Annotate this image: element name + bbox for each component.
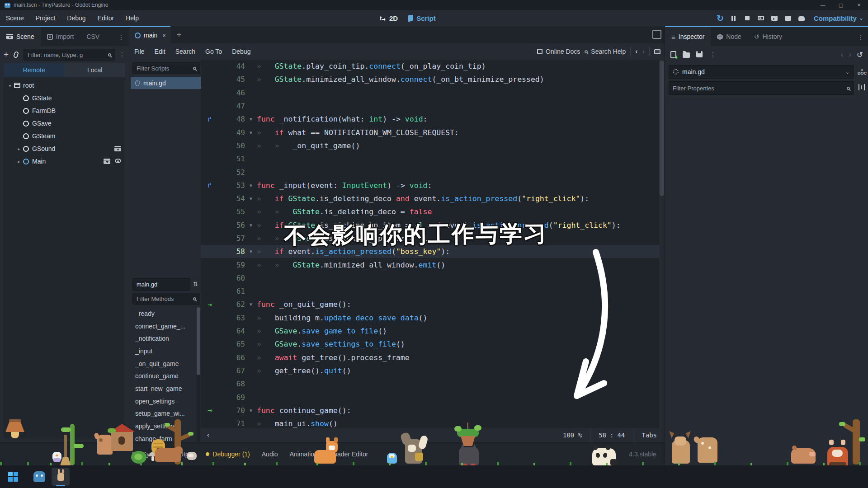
code-line-63[interactable]: 63»building_m.update_deco_save_data() [201,311,665,324]
method-item[interactable]: start_new_game [131,382,198,395]
remote-tab[interactable]: Remote [4,63,65,77]
tree-node-main[interactable]: ▸Main [4,155,125,168]
bottom-tab-audio[interactable]: Audio [262,450,278,458]
menu-scene[interactable]: Scene [0,12,30,24]
renderer-selector[interactable]: Compatibility ⌄ [814,14,863,22]
tree-node-farmdb[interactable]: FarmDB [4,104,125,117]
pause-button[interactable] [728,12,740,24]
play-custom-scene-button[interactable] [782,12,794,24]
code-line-64[interactable]: 64»GSave.save_game_to_file() [201,324,665,338]
script-item-main.gd[interactable]: main.gd [131,77,202,89]
tree-expand-icon[interactable]: ▾ [7,83,13,88]
taskbar-game-icon[interactable] [52,468,70,486]
code-line-48[interactable]: ↱48▼func _notification(what: int) -> voi… [201,113,665,126]
code-line-47[interactable]: 47 [201,99,665,113]
scene-tab-main[interactable]: main × [129,26,170,43]
method-list-scrollbar[interactable] [197,307,200,442]
menu-project[interactable]: Project [30,12,61,24]
script-menu-edit[interactable]: Edit [150,46,170,57]
make-floating-icon[interactable] [654,49,660,54]
open-docs-icon[interactable]: ⌕DOC [858,68,867,75]
tab-scene[interactable]: Scene [0,27,41,46]
property-tools-icon[interactable] [858,84,865,90]
chevron-down-icon[interactable]: ⌄ [845,69,849,75]
signal-connection-icon[interactable]: ⇥ [201,406,219,414]
tab-csv[interactable]: CSV [80,27,106,46]
override-method-icon[interactable]: ↱ [201,115,219,123]
reload-project-button[interactable]: ↻ [714,12,726,24]
code-line-51[interactable]: 51 [201,152,665,165]
code-fold-icon[interactable]: ▼ [245,130,257,135]
script-menu-goto[interactable]: Go To [200,46,227,57]
dock-options-icon[interactable]: ⋮ [118,27,129,46]
scene-tree[interactable]: ▾rootGStateFarmDBGSaveGSteam▸GSound▸Main [4,79,125,438]
method-item[interactable]: _input [131,345,198,357]
close-button[interactable]: ✕ [850,0,868,10]
indent-mode[interactable]: Tabs [633,428,665,442]
taskbar-godot-icon[interactable] [33,471,45,482]
code-fold-icon[interactable]: ▼ [245,183,257,188]
maximize-button[interactable]: ▢ [832,0,850,10]
code-line-65[interactable]: 65»GSave.save_settings_to_file() [201,338,665,351]
code-line-49[interactable]: 49▼»if what == NOTIFICATION_WM_CLOSE_REQ… [201,126,665,139]
movie-maker-button[interactable] [796,12,807,24]
zoom-level[interactable]: 100 % [555,428,590,442]
add-scene-tab-button[interactable]: + [170,26,188,43]
script-menu-search[interactable]: Search [170,46,200,57]
bottom-tab-debugger-1-[interactable]: Debugger (1) [206,450,250,458]
minimize-button[interactable]: — [814,0,832,10]
workspace-2d-button[interactable]: 2D [380,14,398,22]
code-line-62[interactable]: ⇥62▼func _on_quit_game(): [201,298,665,311]
tree-expand-icon[interactable]: ▸ [16,159,22,164]
distraction-free-icon[interactable] [652,30,661,39]
code-line-55[interactable]: 55»»GState.is_deleting_deco = false [201,205,665,218]
code-line-59[interactable]: 59»»GState.minimized_all_window.emit() [201,258,665,271]
close-tab-icon[interactable]: × [162,32,166,39]
filter-properties-input[interactable]: Filter Properties [669,81,854,95]
dock-options-icon[interactable]: ⋮ [858,27,868,46]
filter-methods-input[interactable]: Filter Methods [132,293,200,305]
method-item[interactable]: apply_settings [131,420,198,432]
collapse-scripts-chevron[interactable]: ‹ [201,431,216,439]
remote-play-button[interactable] [755,12,767,24]
tree-options-icon[interactable]: ⋮ [119,51,125,58]
tab-inspector[interactable]: ≡ Inspector [665,27,711,46]
workspace-script-button[interactable]: Script [408,14,436,22]
code-line-67[interactable]: 67»get_tree().quit() [201,364,665,377]
search-help-button[interactable]: Search Help [585,48,626,55]
method-item[interactable]: setup_game_wi... [131,408,198,420]
edited-resource-field[interactable]: main.gd ⌄ [669,65,854,79]
code-fold-icon[interactable]: ▼ [245,408,257,413]
code-line-66[interactable]: 66»await get_tree().process_frame [201,351,665,364]
resource-options-icon[interactable]: ⋮ [710,51,716,58]
tab-history[interactable]: ↺ History [748,27,788,46]
instance-scene-button[interactable] [12,52,20,58]
code-line-45[interactable]: 45»GState.minimized_all_window.connect(_… [201,73,665,86]
signal-connection-icon[interactable]: ⇥ [201,300,219,309]
method-item[interactable]: open_settings [131,395,198,408]
caret-position[interactable]: 58 : 44 [590,428,633,442]
code-fold-icon[interactable]: ▼ [245,302,257,307]
method-list[interactable]: _readyconnect_game_..._notification_inpu… [131,307,198,442]
tab-node[interactable]: Node [711,27,747,46]
code-line-54[interactable]: 54▼»if GState.is_deleting_deco and event… [201,192,665,205]
code-line-61[interactable]: 61 [201,285,665,298]
code-line-46[interactable]: 46 [201,86,665,99]
code-line-52[interactable]: 52 [201,165,665,178]
code-line-60[interactable]: 60 [201,272,665,285]
menu-editor[interactable]: Editor [92,12,120,24]
history-back-button[interactable]: ‹ [635,47,637,56]
inspector-back-button[interactable]: ‹ [841,51,843,59]
code-line-53[interactable]: ↱53▼func _input(event: InputEvent) -> vo… [201,179,665,192]
method-item[interactable]: _on_quit_game [131,357,198,370]
code-fold-icon[interactable]: ▼ [245,249,257,254]
history-forward-button[interactable]: › [642,47,645,56]
code-scrollbar[interactable] [659,60,665,428]
visibility-icon[interactable] [115,159,121,163]
play-scene-button[interactable] [769,12,780,24]
menu-debug[interactable]: Debug [61,12,91,24]
code-fold-icon[interactable]: ▼ [245,196,257,201]
tree-node-gstate[interactable]: GState [4,92,125,104]
code-fold-icon[interactable]: ▼ [245,117,257,122]
filter-scripts-input[interactable]: Filter Scripts [132,62,200,74]
